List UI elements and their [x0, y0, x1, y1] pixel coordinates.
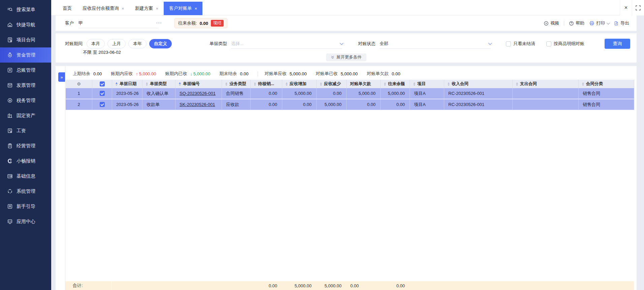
tab-customer-statement[interactable]: 客户对账单 × — [164, 2, 202, 15]
sort-icon[interactable] — [320, 82, 322, 86]
sidebar-item-funds-management[interactable]: 资金管理 — [0, 47, 51, 63]
column-header-project[interactable]: 项目 — [410, 80, 444, 88]
period-range-text[interactable]: 不限 至 2023-06-02 — [83, 49, 121, 56]
column-header-income-contract[interactable]: 收入合同 — [444, 80, 513, 88]
sidebar-item-tax-management[interactable]: 税务管理 — [0, 93, 51, 108]
sidebar-item-xiaochang-expense[interactable]: 小畅报销 — [0, 153, 51, 169]
checkbox-icon — [546, 41, 551, 46]
sidebar-item-invoice-management[interactable]: 发票管理 — [0, 78, 51, 93]
sidebar-item-operations-management[interactable]: 经营管理 — [0, 138, 51, 153]
tab-close-icon[interactable]: × — [156, 6, 159, 11]
checkbox-unsettled-only[interactable]: 只看未结清 — [506, 41, 535, 47]
table-row[interactable]: 2 2023-05-26 收款单 SK-20230526-001 应收款 0.0… — [66, 99, 634, 110]
collapse-panel-button[interactable]: » — [58, 72, 65, 82]
tab-balance-query[interactable]: 应收应付余额查询 × — [77, 2, 130, 15]
sidebar-item-system-management[interactable]: 系统管理 — [0, 184, 51, 199]
buildings-icon — [7, 113, 13, 118]
sort-icon[interactable] — [254, 82, 256, 86]
sort-icon[interactable] — [413, 82, 415, 86]
row-checkbox[interactable] — [92, 88, 112, 99]
query-button[interactable]: 查询 — [605, 39, 630, 49]
doc-no-link[interactable]: SQ-20230526-001 — [180, 91, 216, 96]
sidebar-item-fixed-assets[interactable]: 固定资产 — [0, 108, 51, 123]
more-options-icon[interactable]: ··· — [156, 20, 162, 25]
tab-label: 客户对账单 — [169, 5, 192, 11]
sidebar-item-payroll[interactable]: 工资 — [0, 123, 51, 138]
column-header-biz-type[interactable]: 业务类型 — [222, 80, 251, 88]
status-select[interactable]: 全部 — [380, 39, 491, 49]
sort-icon[interactable] — [146, 82, 148, 86]
stat-label: 账期内已收 — [165, 71, 187, 77]
column-header-doc-no[interactable]: 单据编号 — [175, 80, 222, 88]
sort-icon[interactable] — [384, 82, 386, 86]
print-button[interactable]: 打印 — [589, 20, 609, 26]
select-all-checkbox[interactable] — [92, 80, 112, 88]
close-icon[interactable]: × — [620, 0, 632, 15]
column-header-doc-date[interactable]: 单据日期 — [112, 80, 142, 88]
sidebar-item-app-center[interactable]: 应用中心 — [0, 214, 51, 229]
sort-icon[interactable] — [516, 82, 518, 86]
help-button[interactable]: 帮助 — [569, 20, 584, 26]
tab-close-icon[interactable]: × — [195, 6, 197, 11]
sidebar-item-label: 资金管理 — [17, 52, 35, 58]
video-button[interactable]: 视频 — [544, 20, 559, 26]
printer-icon — [589, 21, 594, 26]
sidebar-item-label: 工资 — [17, 128, 26, 134]
sidebar-item-label: 税务管理 — [17, 98, 35, 104]
stat-value: 5,000.00 — [341, 71, 358, 76]
export-button[interactable]: 导出 — [614, 20, 629, 26]
sidebar-item-search-menu[interactable]: 搜索菜单 — [0, 2, 51, 17]
checkbox-label: 按商品明细对账 — [554, 41, 584, 47]
stat-label: 期末结余 — [220, 71, 237, 77]
sort-icon[interactable] — [448, 82, 450, 86]
sort-icon[interactable] — [225, 82, 227, 86]
sidebar-item-general-ledger[interactable]: 总账管理 — [0, 63, 51, 78]
period-option-last-month[interactable]: 上月 — [107, 39, 126, 48]
period-option-custom[interactable]: 自定义 — [149, 39, 172, 48]
cell-pending: 0.00 — [251, 99, 282, 110]
totals-empty — [175, 281, 222, 290]
row-checkbox[interactable] — [92, 99, 112, 110]
column-header-statement-due[interactable]: 对账单欠款 — [347, 80, 381, 88]
sidebar-item-newbie-guide[interactable]: 新手引导 — [0, 199, 51, 214]
sort-asc-icon[interactable] — [179, 82, 181, 86]
toolbar-divider — [564, 21, 564, 26]
cell-balance: 0.00 — [381, 99, 410, 110]
stat-label: 对账单已收 — [316, 71, 337, 77]
table-row[interactable]: 1 2023-05-26 收入确认单 SQ-20230526-001 合同销售 … — [66, 88, 634, 99]
sort-asc-icon[interactable] — [116, 82, 118, 86]
sort-icon[interactable] — [582, 82, 584, 86]
sidebar-item-project-contract[interactable]: 项目合同 — [0, 32, 51, 47]
stat-closing-balance: 期末结余 0.00 — [220, 71, 249, 77]
column-header-ar-increase[interactable]: 应收增加 — [282, 80, 317, 88]
cell-ar-increase: 5,000.00 — [282, 88, 317, 99]
column-header-expense-contract[interactable]: 支出合同 — [513, 80, 579, 88]
sort-icon[interactable] — [286, 82, 288, 86]
column-header-balance[interactable]: 往来余额 — [381, 80, 410, 88]
period-option-this-year[interactable]: 本年 — [128, 39, 147, 48]
doc-type-select[interactable]: 选择... — [231, 39, 342, 49]
period-option-this-month[interactable]: 本月 — [87, 39, 105, 48]
tab-home[interactable]: 首页 — [57, 2, 77, 15]
column-settings-button[interactable]: ⚙ — [66, 80, 92, 88]
tab-label: 首页 — [63, 5, 72, 11]
checkbox-by-product-detail[interactable]: 按商品明细对账 — [546, 41, 584, 47]
column-header-pending[interactable]: 待核销... — [251, 80, 282, 88]
sidebar-item-quick-nav[interactable]: 快捷导航 — [0, 17, 51, 32]
guide-icon — [7, 204, 13, 209]
column-label: 单据编号 — [183, 81, 200, 87]
column-header-contract-category[interactable]: 合同分类 — [579, 80, 634, 88]
status-value: 全部 — [380, 41, 388, 47]
fullscreen-icon[interactable] — [632, 0, 644, 15]
doc-no-link[interactable]: SK-20230526-001 — [180, 102, 215, 107]
column-header-ar-decrease[interactable]: 应收减少 — [317, 80, 347, 88]
column-header-doc-type[interactable]: 单据类型 — [142, 80, 175, 88]
tab-new-plan[interactable]: 新建方案 × — [130, 2, 164, 15]
totals-empty — [410, 281, 444, 290]
customer-input[interactable]: 甲 — [78, 18, 158, 28]
tab-close-icon[interactable]: × — [122, 6, 124, 11]
summary-divider — [258, 71, 258, 76]
expand-more-button[interactable]: 展开更多条件 — [326, 53, 366, 61]
sidebar-item-basic-info[interactable]: 基础信息 — [0, 169, 51, 184]
tab-bar: 首页 应收应付余额查询 × 新建方案 × 客户对账单 × × — [51, 0, 644, 15]
